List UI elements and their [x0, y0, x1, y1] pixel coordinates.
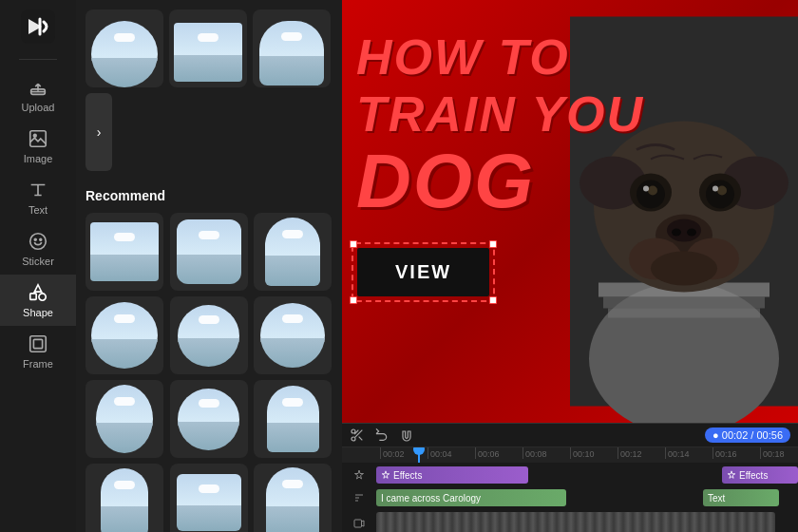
timeline-playhead[interactable] [418, 447, 420, 463]
svg-point-30 [687, 229, 696, 237]
ruler-mark-0014: 00:14 [665, 447, 712, 459]
svg-rect-8 [30, 294, 36, 299]
svg-point-26 [712, 186, 718, 192]
undo-icon[interactable] [374, 428, 390, 443]
svg-point-6 [40, 238, 42, 240]
svg-rect-10 [33, 339, 42, 348]
svg-rect-9 [30, 336, 47, 352]
track-video-icon [342, 518, 376, 529]
shape-thumb-1[interactable] [86, 10, 163, 87]
frame-icon [28, 333, 48, 354]
sidebar-item-sticker[interactable]: Sticker [0, 223, 76, 275]
grid-shape-oval1[interactable] [86, 380, 163, 458]
sidebar-text-label: Text [28, 204, 48, 216]
sidebar-item-text[interactable]: Text [0, 172, 76, 223]
svg-rect-15 [608, 309, 760, 318]
sidebar-item-image[interactable]: Image [0, 121, 76, 172]
sidebar-frame-label: Frame [23, 358, 53, 370]
svg-point-28 [667, 219, 701, 242]
clip-carology[interactable]: I came across Carology [376, 489, 566, 506]
grid-shape-circle3[interactable] [254, 296, 332, 374]
svg-line-37 [359, 437, 363, 441]
ruler-marks: 00:02 00:04 00:06 00:08 00:10 00:12 00:1… [380, 447, 798, 459]
canvas-title-train: TRAIN YOU [356, 86, 644, 142]
grid-shape-rect[interactable] [86, 213, 163, 291]
track-carology-icon [342, 492, 376, 504]
svg-point-35 [352, 437, 355, 441]
canvas-title-dog: DOG [356, 138, 535, 225]
sidebar-item-upload[interactable]: Upload [0, 69, 76, 121]
image-icon [28, 128, 48, 149]
timeline-toolbar: ● 00:02 / 00:56 [342, 424, 798, 447]
track-effects: Effects Effects [342, 465, 798, 485]
ruler-mark-0004: 00:04 [428, 447, 475, 459]
clip-video[interactable] [376, 512, 775, 532]
scissors-icon[interactable] [350, 428, 365, 443]
svg-point-34 [352, 429, 355, 433]
grid-shape-rounded1[interactable] [170, 213, 248, 291]
pug-image [570, 0, 798, 423]
sidebar-image-label: Image [24, 153, 53, 164]
svg-point-25 [643, 186, 649, 192]
svg-point-29 [672, 229, 681, 237]
shape-thumb-3[interactable] [253, 10, 331, 87]
track-carology: I came across Carology Text [342, 487, 798, 508]
upload-icon [28, 77, 48, 98]
svg-point-33 [651, 252, 717, 286]
sidebar-item-frame[interactable]: Frame [0, 326, 76, 377]
shapes-grid [76, 209, 342, 532]
svg-point-7 [39, 294, 46, 300]
ruler-mark-0016: 00:16 [712, 447, 760, 459]
svg-rect-14 [603, 297, 765, 309]
canvas-main[interactable]: HOW TO TRAIN YOU DOG VIEW [342, 0, 798, 423]
magnet-icon[interactable] [399, 428, 414, 443]
shapes-panel: › Recommend [76, 0, 342, 532]
next-button[interactable]: › [86, 93, 112, 171]
ruler-mark-0010: 00:10 [570, 447, 618, 459]
timeline-timecode: ● 00:02 / 00:56 [705, 428, 790, 443]
svg-point-3 [33, 134, 36, 137]
sidebar-sticker-label: Sticker [22, 256, 54, 267]
svg-point-24 [717, 186, 727, 196]
recommend-section-label: Recommend [76, 180, 342, 209]
svg-point-23 [648, 186, 657, 196]
shape-icon [28, 282, 48, 303]
timeline-ruler: 00:02 00:04 00:06 00:08 00:10 00:12 00:1… [342, 447, 798, 463]
handle-tl[interactable] [350, 240, 357, 248]
clip-effects-left[interactable]: Effects [376, 466, 528, 484]
view-button[interactable]: VIEW [357, 248, 489, 296]
sidebar: Upload Image Text Sticker S [0, 0, 76, 532]
canvas-area: HOW TO TRAIN YOU DOG VIEW [342, 0, 798, 532]
sticker-icon [28, 231, 48, 252]
handle-bl[interactable] [350, 296, 357, 304]
grid-shape-arch1[interactable] [254, 213, 332, 291]
canvas-title-how: HOW TO [356, 28, 570, 86]
sidebar-upload-label: Upload [22, 102, 55, 113]
ruler-mark-0006: 00:06 [475, 447, 522, 459]
svg-line-36 [354, 430, 362, 438]
svg-point-5 [34, 238, 36, 240]
clip-text[interactable]: Text [703, 489, 779, 506]
sidebar-item-shape[interactable]: Shape [0, 275, 76, 326]
grid-shape-arch4[interactable] [254, 464, 332, 532]
grid-shape-circle2[interactable] [170, 296, 248, 374]
track-video-content [376, 512, 798, 532]
timeline-tracks: Effects Effects I came acr [342, 463, 798, 532]
ruler-mark-0008: 00:08 [522, 447, 570, 459]
grid-shape-oval2[interactable] [170, 380, 248, 458]
clip-effects-right[interactable]: Effects [722, 466, 798, 484]
track-video [342, 510, 798, 532]
svg-rect-39 [354, 520, 362, 527]
handle-br[interactable] [489, 296, 497, 304]
grid-shape-arch2[interactable] [254, 380, 332, 458]
handle-tr[interactable] [489, 240, 497, 248]
svg-point-4 [30, 234, 47, 250]
grid-shape-circle1[interactable] [86, 296, 163, 374]
track-effects-icon [342, 469, 376, 481]
panel-top-row: › [76, 0, 342, 180]
grid-shape-rect2[interactable] [170, 464, 248, 532]
view-button-container[interactable]: VIEW [352, 242, 495, 302]
ruler-mark-0012: 00:12 [618, 447, 665, 459]
grid-shape-arch3[interactable] [86, 464, 163, 532]
shape-thumb-2[interactable] [169, 10, 247, 87]
